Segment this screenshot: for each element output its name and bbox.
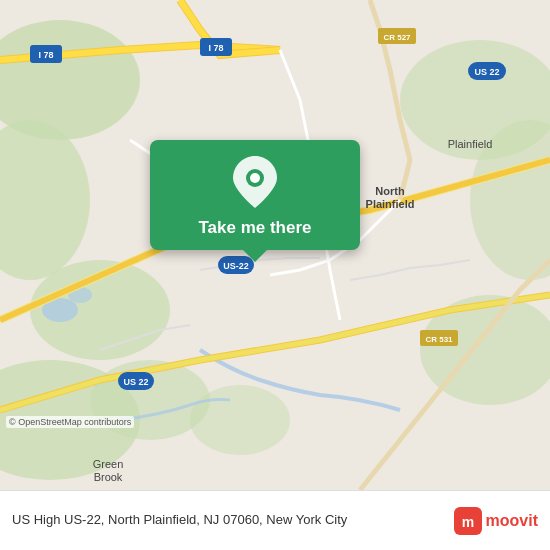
map-container: I 78 I 78 US-22 US 22 CR 527 CR 531 US 2… — [0, 0, 550, 490]
map-attribution: © OpenStreetMap contributors — [6, 416, 134, 428]
svg-text:CR 531: CR 531 — [425, 335, 453, 344]
svg-text:Plainfield: Plainfield — [448, 138, 493, 150]
svg-text:Brook: Brook — [94, 471, 123, 483]
svg-text:North: North — [375, 185, 405, 197]
svg-point-9 — [190, 385, 290, 455]
svg-text:US 22: US 22 — [123, 377, 148, 387]
take-me-there-overlay[interactable]: Take me there — [150, 140, 360, 250]
moovit-logo[interactable]: m moovit — [454, 507, 538, 535]
location-pin-icon — [233, 156, 277, 208]
bottom-bar: US High US-22, North Plainfield, NJ 0706… — [0, 490, 550, 550]
svg-point-32 — [250, 173, 260, 183]
svg-text:US-22: US-22 — [223, 261, 249, 271]
svg-text:I 78: I 78 — [208, 43, 223, 53]
svg-text:Green: Green — [93, 458, 124, 470]
moovit-icon: m — [454, 507, 482, 535]
take-me-there-button[interactable]: Take me there — [198, 218, 311, 238]
svg-text:Plainfield: Plainfield — [366, 198, 415, 210]
svg-text:I 78: I 78 — [38, 50, 53, 60]
svg-text:CR 527: CR 527 — [383, 33, 411, 42]
moovit-text: moovit — [486, 512, 538, 530]
location-text: US High US-22, North Plainfield, NJ 0706… — [12, 512, 454, 529]
svg-text:US 22: US 22 — [474, 67, 499, 77]
svg-text:m: m — [461, 514, 473, 530]
